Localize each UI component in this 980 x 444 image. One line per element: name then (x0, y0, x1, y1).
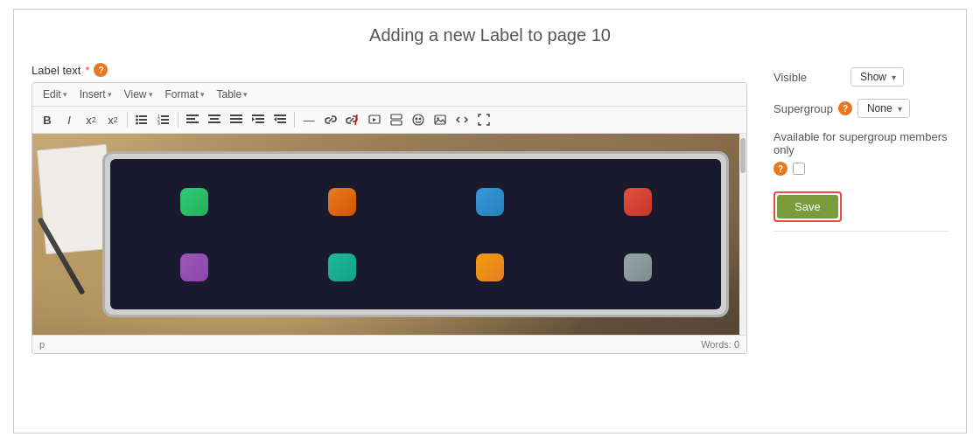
content-area: Label text * ? Edit ▾ Insert ▾ (14, 63, 966, 354)
svg-rect-37 (435, 115, 445, 124)
ordered-list-button[interactable]: 123 (154, 110, 173, 129)
align-justify-button[interactable] (227, 110, 246, 129)
svg-rect-7 (161, 119, 169, 121)
tablet-screen (110, 159, 721, 309)
menu-format[interactable]: Format ▾ (160, 87, 210, 102)
editor-footer: p Words: 0 (32, 335, 746, 353)
visible-value: Show (860, 71, 886, 83)
save-button-wrapper: Save (774, 191, 842, 222)
app-icon-6 (328, 253, 356, 281)
svg-point-36 (419, 118, 421, 120)
sidebar-divider (774, 231, 948, 232)
pagebreak-button[interactable] (387, 110, 406, 129)
label-text-label: Label text (32, 64, 80, 77)
svg-rect-19 (230, 118, 242, 120)
italic-button[interactable]: I (60, 110, 79, 129)
page-title: Adding a new Label to page 10 (14, 10, 966, 63)
link-button[interactable] (321, 110, 340, 129)
svg-rect-23 (256, 121, 264, 123)
image-button[interactable] (430, 110, 450, 129)
menu-insert-arrow: ▾ (108, 90, 112, 99)
svg-rect-2 (139, 122, 147, 124)
svg-rect-15 (208, 114, 220, 116)
editor-body[interactable] (32, 134, 746, 335)
hr-button[interactable]: — (299, 110, 318, 129)
toolbar-sep-1 (127, 112, 128, 128)
sidebar-section: Visible Show ▾ Supergroup ? None ▾ Avail… (774, 63, 948, 354)
unlink-button[interactable] (343, 110, 362, 129)
emoticons-button[interactable] (409, 110, 428, 129)
svg-point-38 (437, 117, 438, 119)
save-button[interactable]: Save (777, 195, 838, 219)
menu-format-arrow: ▾ (200, 90, 205, 99)
media-button[interactable] (365, 110, 384, 129)
visible-select[interactable]: Show ▾ (850, 67, 904, 87)
menu-insert[interactable]: Insert ▾ (74, 87, 117, 102)
unordered-list-button[interactable] (132, 110, 151, 129)
label-text-row: Label text * ? (32, 63, 747, 77)
align-left-button[interactable] (183, 110, 202, 129)
svg-point-4 (136, 119, 138, 121)
bold-button[interactable]: B (38, 110, 57, 129)
toolbar-sep-2 (178, 112, 178, 128)
svg-marker-28 (274, 117, 276, 121)
available-checkbox[interactable] (793, 163, 805, 175)
app-icon-7 (476, 253, 504, 281)
app-icon-1 (180, 188, 208, 216)
editor-container: Edit ▾ Insert ▾ View ▾ Format ▾ (32, 82, 747, 354)
outdent-button[interactable] (270, 110, 290, 129)
available-help-icon[interactable]: ? (774, 162, 788, 176)
menu-edit[interactable]: Edit ▾ (38, 87, 73, 102)
svg-rect-0 (139, 115, 147, 117)
align-center-button[interactable] (205, 110, 224, 129)
svg-rect-26 (277, 118, 286, 120)
editor-scrollbar[interactable] (739, 134, 746, 335)
tablet-device (102, 151, 729, 317)
supergroup-row: Supergroup ? None ▾ (774, 99, 948, 118)
svg-rect-21 (252, 114, 264, 116)
svg-marker-24 (252, 117, 255, 121)
menu-view[interactable]: View ▾ (119, 87, 158, 102)
svg-rect-32 (391, 114, 402, 119)
svg-point-3 (136, 115, 138, 118)
svg-rect-6 (161, 115, 169, 117)
superscript-button[interactable]: x2 (103, 110, 122, 129)
svg-rect-17 (208, 121, 220, 123)
menu-edit-arrow: ▾ (63, 90, 67, 99)
app-icon-8 (624, 253, 652, 281)
editor-element-indicator: p (39, 339, 45, 350)
required-star: * (85, 64, 89, 77)
supergroup-value: None (867, 102, 892, 114)
supergroup-label: Supergroup (774, 102, 833, 115)
svg-point-5 (136, 122, 138, 125)
svg-rect-13 (186, 118, 195, 120)
subscript-button[interactable]: x2 (81, 110, 101, 129)
menu-table[interactable]: Table ▾ (212, 87, 254, 102)
toolbar-sep-3 (294, 112, 295, 128)
svg-point-35 (416, 118, 417, 120)
svg-rect-8 (161, 122, 169, 124)
supergroup-select[interactable]: None ▾ (858, 99, 910, 118)
svg-text:3: 3 (158, 121, 160, 126)
svg-rect-16 (210, 118, 219, 120)
svg-rect-33 (391, 121, 402, 125)
indent-button[interactable] (248, 110, 268, 129)
svg-rect-20 (230, 121, 242, 123)
svg-rect-1 (139, 119, 147, 121)
svg-marker-31 (373, 118, 376, 121)
supergroup-select-arrow: ▾ (898, 104, 902, 114)
available-row: Available for supergroup members only ? (774, 130, 948, 176)
label-help-icon[interactable]: ? (94, 63, 108, 77)
menu-table-arrow: ▾ (243, 90, 248, 99)
supergroup-help-icon[interactable]: ? (838, 101, 852, 115)
svg-rect-27 (277, 121, 286, 123)
app-icon-4 (624, 188, 652, 216)
svg-rect-22 (256, 118, 264, 120)
svg-rect-14 (186, 121, 199, 123)
svg-point-34 (413, 114, 424, 125)
code-button[interactable] (452, 110, 472, 129)
fullscreen-button[interactable] (474, 110, 494, 129)
svg-rect-18 (230, 114, 242, 116)
editor-section: Label text * ? Edit ▾ Insert ▾ (32, 63, 747, 354)
visible-select-arrow: ▾ (892, 73, 896, 82)
